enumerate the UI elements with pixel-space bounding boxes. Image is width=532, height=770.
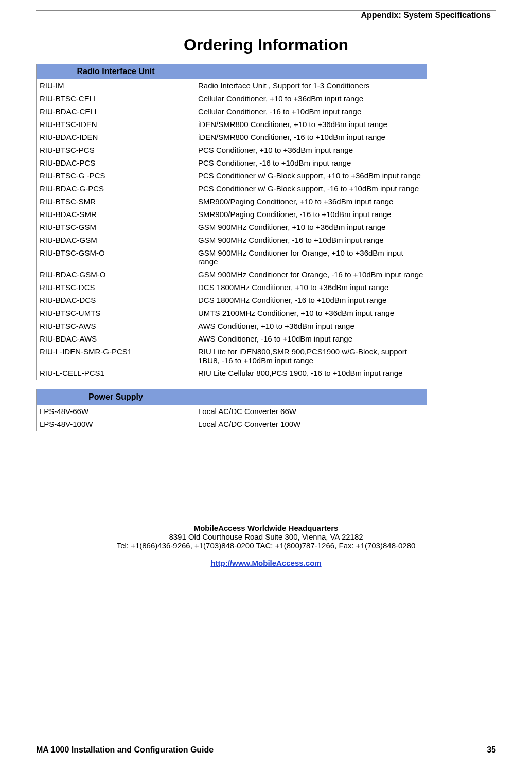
table-row: RIU-BTSC-PCSPCS Conditioner, +10 to +36d… — [37, 144, 427, 156]
product-code: RIU-BTSC-IDEN — [37, 118, 196, 131]
product-description: iDEN/SMR800 Conditioner, +10 to +36dBm i… — [195, 118, 427, 131]
table-row: RIU-BDAC-DCSDCS 1800MHz Conditioner, -16… — [37, 294, 427, 307]
product-description: PCS Conditioner w/ G-Block support, +10 … — [195, 169, 427, 182]
product-description: PCS Conditioner, +10 to +36dBm input ran… — [195, 144, 427, 156]
footer-doc-title: MA 1000 Installation and Configuration G… — [36, 745, 214, 755]
table-row: RIU-BTSC-GSMGSM 900MHz Conditioner, +10 … — [37, 221, 427, 234]
company-website-link[interactable]: http://www.MobileAccess.com — [210, 559, 321, 567]
table-row: RIU-BDAC-SMRSMR900/Paging Conditioner, -… — [37, 208, 427, 221]
table-header-empty — [195, 64, 427, 79]
product-description: DCS 1800MHz Conditioner, +10 to +36dBm i… — [195, 281, 427, 294]
product-code: RIU-BDAC-GSM-O — [37, 268, 196, 281]
table-row: RIU-BTSC-UMTSUMTS 2100MHz Conditioner, +… — [37, 307, 427, 319]
company-phones: Tel: +1(866)436-9266, +1(703)848-0200 TA… — [117, 541, 416, 550]
table-row: RIU-IMRadio Interface Unit , Support for… — [37, 79, 427, 92]
product-description: GSM 900MHz Conditioner, +10 to +36dBm in… — [195, 221, 427, 234]
table-row: RIU-BTSC-GSM-OGSM 900MHz Conditioner for… — [37, 246, 427, 268]
product-code: RIU-BDAC-GSM — [37, 234, 196, 246]
product-description: RIU Lite for iDEN800,SMR 900,PCS1900 w/G… — [195, 345, 427, 367]
product-code: RIU-BDAC-CELL — [37, 105, 196, 118]
product-description: UMTS 2100MHz Conditioner, +10 to +36dBm … — [195, 307, 427, 319]
table-row: RIU-BDAC-CELLCellular Conditioner, -16 t… — [37, 105, 427, 118]
product-code: RIU-BTSC-GSM — [37, 221, 196, 234]
product-code: RIU-BDAC-SMR — [37, 208, 196, 221]
table-header: Power Supply — [37, 389, 196, 405]
company-address: 8391 Old Courthouse Road Suite 300, Vien… — [169, 532, 363, 541]
product-code: RIU-BDAC-AWS — [37, 332, 196, 345]
product-code: RIU-BDAC-DCS — [37, 294, 196, 307]
table-row: RIU-BTSC-DCSDCS 1800MHz Conditioner, +10… — [37, 281, 427, 294]
table-header: Radio Interface Unit — [37, 64, 196, 79]
product-code: RIU-BTSC-DCS — [37, 281, 196, 294]
product-description: Cellular Conditioner, +10 to +36dBm inpu… — [195, 92, 427, 105]
table-row: RIU-BTSC-AWSAWS Conditioner, +10 to +36d… — [37, 319, 427, 332]
product-description: Local AC/DC Converter 100W — [195, 418, 427, 431]
table-row: RIU-BDAC-GSMGSM 900MHz Conditioner, -16 … — [37, 234, 427, 246]
product-description: GSM 900MHz Conditioner for Orange, -16 t… — [195, 268, 427, 281]
company-footer: MobileAccess Worldwide Headquarters 8391… — [36, 524, 496, 567]
product-code: RIU-BTSC-CELL — [37, 92, 196, 105]
table-row: RIU-BDAC-IDENiDEN/SMR800 Conditioner, -1… — [37, 131, 427, 144]
table-row: RIU-BTSC-SMRSMR900/Paging Conditioner, +… — [37, 195, 427, 208]
product-code: RIU-BDAC-PCS — [37, 156, 196, 169]
table-row: RIU-L-CELL-PCS1RIU Lite Cellular 800,PCS… — [37, 367, 427, 380]
page-title: Ordering Information — [36, 35, 496, 55]
product-code: RIU-L-IDEN-SMR-G-PCS1 — [37, 345, 196, 367]
product-code: RIU-BTSC-SMR — [37, 195, 196, 208]
product-code: RIU-BDAC-G-PCS — [37, 182, 196, 195]
product-description: GSM 900MHz Conditioner for Orange, +10 t… — [195, 246, 427, 268]
product-code: RIU-IM — [37, 79, 196, 92]
product-code: RIU-BDAC-IDEN — [37, 131, 196, 144]
table-row: RIU-BDAC-AWSAWS Conditioner, -16 to +10d… — [37, 332, 427, 345]
spec-table: Power SupplyLPS-48V-66WLocal AC/DC Conve… — [36, 389, 427, 431]
product-description: RIU Lite Cellular 800,PCS 1900, -16 to +… — [195, 367, 427, 380]
page-footer: MA 1000 Installation and Configuration G… — [36, 744, 496, 755]
product-description: AWS Conditioner, -16 to +10dBm input ran… — [195, 332, 427, 345]
table-row: RIU-BDAC-GSM-OGSM 900MHz Conditioner for… — [37, 268, 427, 281]
product-code: RIU-BTSC-UMTS — [37, 307, 196, 319]
product-description: PCS Conditioner w/ G-Block support, -16 … — [195, 182, 427, 195]
table-row: RIU-BDAC-PCSPCS Conditioner, -16 to +10d… — [37, 156, 427, 169]
table-row: RIU-BTSC-IDENiDEN/SMR800 Conditioner, +1… — [37, 118, 427, 131]
product-code: LPS-48V-100W — [37, 418, 196, 431]
product-description: PCS Conditioner, -16 to +10dBm input ran… — [195, 156, 427, 169]
product-code: RIU-BTSC-AWS — [37, 319, 196, 332]
product-description: Local AC/DC Converter 66W — [195, 405, 427, 418]
product-code: RIU-BTSC-GSM-O — [37, 246, 196, 268]
table-row: LPS-48V-100WLocal AC/DC Converter 100W — [37, 418, 427, 431]
table-row: RIU-L-IDEN-SMR-G-PCS1RIU Lite for iDEN80… — [37, 345, 427, 367]
company-name: MobileAccess Worldwide Headquarters — [194, 524, 339, 532]
product-description: Cellular Conditioner, -16 to +10dBm inpu… — [195, 105, 427, 118]
table-row: RIU-BDAC-G-PCSPCS Conditioner w/ G-Block… — [37, 182, 427, 195]
product-description: iDEN/SMR800 Conditioner, -16 to +10dBm i… — [195, 131, 427, 144]
product-code: LPS-48V-66W — [37, 405, 196, 418]
product-code: RIU-L-CELL-PCS1 — [37, 367, 196, 380]
product-code: RIU-BTSC-G -PCS — [37, 169, 196, 182]
product-description: GSM 900MHz Conditioner, -16 to +10dBm in… — [195, 234, 427, 246]
product-description: SMR900/Paging Conditioner, -16 to +10dBm… — [195, 208, 427, 221]
table-row: RIU-BTSC-CELLCellular Conditioner, +10 t… — [37, 92, 427, 105]
appendix-header: Appendix: System Specifications — [36, 10, 496, 20]
product-description: SMR900/Paging Conditioner, +10 to +36dBm… — [195, 195, 427, 208]
spec-table: Radio Interface UnitRIU-IMRadio Interfac… — [36, 64, 427, 380]
product-description: DCS 1800MHz Conditioner, -16 to +10dBm i… — [195, 294, 427, 307]
product-code: RIU-BTSC-PCS — [37, 144, 196, 156]
table-row: LPS-48V-66WLocal AC/DC Converter 66W — [37, 405, 427, 418]
page-number: 35 — [487, 745, 496, 755]
product-description: Radio Interface Unit , Support for 1-3 C… — [195, 79, 427, 92]
table-header-empty — [195, 389, 427, 405]
table-row: RIU-BTSC-G -PCSPCS Conditioner w/ G-Bloc… — [37, 169, 427, 182]
product-description: AWS Conditioner, +10 to +36dBm input ran… — [195, 319, 427, 332]
